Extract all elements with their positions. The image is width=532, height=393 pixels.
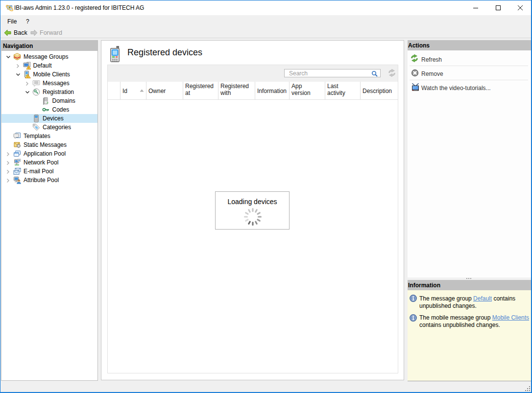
svg-text:!: !: [27, 75, 28, 78]
svg-text:!: !: [28, 67, 29, 69]
